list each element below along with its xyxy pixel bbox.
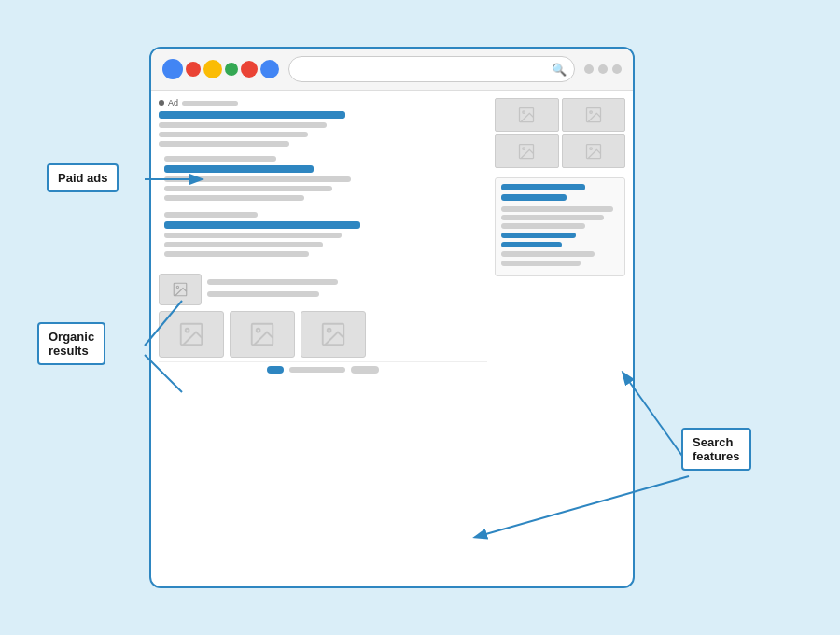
browser-content: Ad: [151, 91, 633, 584]
strip-bar2: [207, 291, 319, 297]
ad-section: Ad: [159, 98, 487, 150]
ad-desc-bar2: [159, 132, 308, 137]
scroll-prev: [267, 366, 284, 374]
org1-desc2: [164, 186, 332, 191]
org1-url: [164, 156, 276, 162]
google-logo: [162, 59, 279, 79]
org2-url: [164, 212, 258, 218]
sidebar-desc2: [501, 215, 604, 220]
paid-ads-label: Paid ads: [47, 163, 119, 192]
sidebar-thumb-1: [495, 98, 559, 132]
scroll-track: [289, 367, 345, 373]
svg-point-15: [590, 148, 593, 150]
ad-title-bar: [159, 111, 345, 119]
sidebar-images-grid: [495, 98, 625, 168]
logo-dot-blue2: [260, 60, 279, 78]
sidebar-thumb-4: [562, 134, 626, 168]
svg-point-7: [328, 329, 331, 332]
strip-text-block: [207, 274, 487, 305]
scroll-next: [351, 366, 379, 374]
ad-dot: [159, 100, 164, 106]
sidebar-desc1: [501, 206, 613, 212]
org1-title: [164, 165, 314, 173]
search-icon: 🔍: [552, 63, 567, 77]
svg-point-5: [257, 329, 260, 332]
svg-point-13: [523, 148, 525, 150]
scrollbar-area: [159, 361, 487, 377]
small-thumb: [159, 274, 202, 305]
browser-window: 🔍 Ad: [149, 47, 635, 588]
sidebar-link: [501, 233, 576, 238]
ad-desc-bar3: [159, 141, 289, 147]
sidebar-desc: [501, 206, 619, 266]
sidebar-desc3: [501, 223, 585, 229]
svg-point-11: [590, 111, 593, 114]
org2-desc1: [164, 233, 342, 238]
ad-desc-bar1: [159, 122, 327, 128]
browser-dot-3: [612, 64, 622, 74]
sidebar-title1: [501, 184, 585, 190]
diagram-container: 🔍 Ad: [19, 19, 821, 616]
browser-dot-2: [598, 64, 608, 74]
org2-title: [164, 221, 360, 229]
sidebar-thumb-2: [562, 98, 626, 132]
sidebar-desc5: [501, 261, 581, 266]
sidebar-text-block: [495, 177, 625, 276]
org2-desc2: [164, 242, 323, 247]
large-thumb-2: [230, 311, 295, 358]
org1-desc3: [164, 195, 304, 201]
sidebar-desc4: [501, 251, 595, 257]
search-features-label: Search features: [681, 428, 751, 471]
sidebar-results: [495, 98, 625, 576]
large-thumb-3: [301, 311, 366, 358]
main-results: Ad: [159, 98, 487, 576]
svg-point-1: [176, 286, 178, 288]
svg-point-9: [523, 111, 525, 114]
ad-text: Ad: [168, 98, 178, 107]
browser-dots: [584, 64, 622, 74]
organic-result-2: [159, 212, 487, 261]
large-image-row: [159, 311, 487, 358]
sidebar-title2: [501, 194, 567, 201]
logo-dot-blue: [162, 59, 183, 79]
browser-dot-1: [584, 64, 594, 74]
logo-dot-yellow: [203, 60, 222, 78]
search-bar[interactable]: 🔍: [288, 56, 575, 82]
ad-label-row: Ad: [159, 98, 487, 107]
organic-result-1: [159, 156, 487, 205]
org1-desc1: [164, 176, 351, 182]
browser-toolbar: 🔍: [151, 49, 633, 91]
org2-desc3: [164, 251, 309, 257]
logo-dot-green: [225, 63, 238, 76]
image-strip: [159, 274, 487, 305]
logo-dot-red2: [241, 61, 258, 78]
strip-bar1: [207, 279, 338, 285]
svg-point-3: [186, 329, 189, 332]
sidebar-thumb-3: [495, 134, 559, 168]
organic-results-label: Organic results: [37, 322, 105, 365]
large-thumb-1: [159, 311, 224, 358]
logo-dot-red: [186, 62, 201, 77]
sidebar-link2: [501, 242, 562, 247]
ad-url-bar: [182, 101, 238, 106]
